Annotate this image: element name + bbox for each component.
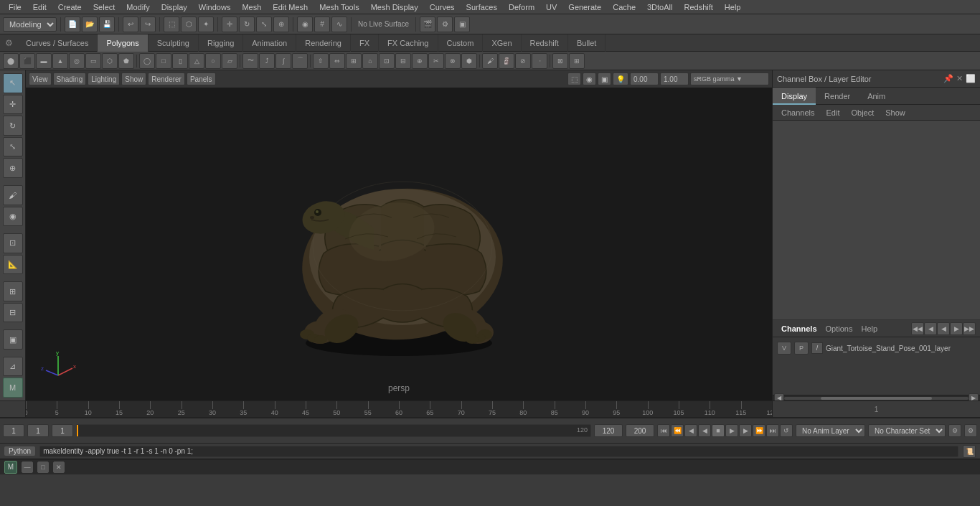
lighting-menu[interactable]: Lighting bbox=[88, 72, 120, 85]
menu-uv[interactable]: UV bbox=[540, 0, 562, 14]
show-menu[interactable]: Show bbox=[121, 72, 146, 85]
merge-icon[interactable]: ⊞ bbox=[346, 53, 362, 69]
tab-fx[interactable]: FX bbox=[351, 34, 379, 52]
soft-mod-btn[interactable]: ◉ bbox=[3, 207, 23, 227]
select-btn[interactable]: ⬚ bbox=[164, 17, 179, 32]
tab-redshift[interactable]: Redshift bbox=[522, 34, 568, 52]
multi-cut-icon[interactable]: ✂ bbox=[428, 53, 444, 69]
nurbs-sphere-icon[interactable]: ◯ bbox=[139, 53, 155, 69]
tab-custom[interactable]: Custom bbox=[438, 34, 484, 52]
menu-mesh-display[interactable]: Mesh Display bbox=[365, 0, 424, 14]
menu-mesh-tools[interactable]: Mesh Tools bbox=[314, 0, 364, 14]
extrude-icon[interactable]: ⇧ bbox=[313, 53, 329, 69]
vp-texture-btn[interactable]: ▣ bbox=[598, 72, 611, 85]
object-tab[interactable]: Object bbox=[845, 105, 880, 121]
end-frame-input[interactable] bbox=[594, 424, 623, 437]
next-keyframe-btn[interactable]: ⏩ bbox=[753, 424, 765, 437]
nurbs-cone-icon[interactable]: △ bbox=[189, 53, 204, 69]
menu-cache[interactable]: Cache bbox=[607, 0, 641, 14]
total-frames-input[interactable] bbox=[626, 424, 654, 437]
start-frame-input[interactable] bbox=[3, 424, 24, 437]
nurbs-cyl-icon[interactable]: ▯ bbox=[172, 53, 188, 69]
tab-fx-caching[interactable]: FX Caching bbox=[379, 34, 438, 52]
stop-btn[interactable]: ■ bbox=[712, 424, 725, 437]
menu-edit[interactable]: Edit bbox=[27, 0, 52, 14]
panels-menu[interactable]: Panels bbox=[187, 72, 216, 85]
sphere-icon[interactable]: ⬤ bbox=[3, 53, 19, 69]
menu-edit-mesh[interactable]: Edit Mesh bbox=[267, 0, 314, 14]
channels-tab[interactable]: Channels bbox=[776, 105, 820, 121]
tab-rendering[interactable]: Rendering bbox=[296, 34, 351, 52]
tab-curves-surfaces[interactable]: Curves / Surfaces bbox=[17, 34, 98, 52]
layers-help-btn[interactable]: Help bbox=[857, 322, 882, 336]
script-editor-btn[interactable]: 📜 bbox=[963, 445, 976, 458]
vp-colorspace-btn[interactable]: sRGB gamma ▼ bbox=[690, 72, 769, 85]
cv-curve-icon[interactable]: 〜 bbox=[242, 53, 258, 69]
menu-mesh[interactable]: Mesh bbox=[236, 0, 267, 14]
menu-curves[interactable]: Curves bbox=[424, 0, 461, 14]
menu-help[interactable]: Help bbox=[719, 0, 747, 14]
layout-btn[interactable]: ▣ bbox=[3, 329, 23, 350]
select-tool-btn[interactable]: ↖ bbox=[3, 73, 23, 93]
tab-gear-icon[interactable]: ⚙ bbox=[0, 34, 17, 52]
edit-tab[interactable]: Edit bbox=[820, 105, 845, 121]
tab-anim[interactable]: Anim bbox=[859, 88, 894, 105]
boolean-icon[interactable]: ⊕ bbox=[412, 53, 428, 69]
cube-icon[interactable]: ⬛ bbox=[19, 53, 35, 69]
new-scene-btn[interactable]: 📄 bbox=[65, 17, 80, 32]
mode-dropdown[interactable]: Modeling bbox=[3, 17, 57, 32]
disk-icon[interactable]: ⬡ bbox=[102, 53, 118, 69]
play-reverse-btn[interactable]: ◀ bbox=[698, 424, 711, 437]
scale-tool-btn[interactable]: ⤡ bbox=[3, 137, 23, 157]
command-input[interactable] bbox=[39, 446, 958, 457]
nurbs-cube-icon[interactable]: □ bbox=[156, 53, 171, 69]
lasso-btn[interactable]: ⬡ bbox=[181, 17, 197, 32]
bridge-icon[interactable]: ⇔ bbox=[329, 53, 345, 69]
open-scene-btn[interactable]: 📂 bbox=[82, 17, 98, 32]
ep-curve-icon[interactable]: ⤴ bbox=[259, 53, 275, 69]
prev-keyframe-btn[interactable]: ⏪ bbox=[671, 424, 684, 437]
vp-wireframe-btn[interactable]: ⬚ bbox=[567, 72, 581, 85]
anim-prefs-btn[interactable]: ⚙ bbox=[964, 424, 977, 437]
rotate-btn[interactable]: ↻ bbox=[239, 17, 255, 32]
rotate-tool-btn[interactable]: ↻ bbox=[3, 116, 23, 136]
sculpt-icon[interactable]: 🗿 bbox=[499, 53, 514, 69]
current-frame-input[interactable] bbox=[27, 424, 49, 437]
paint-tool-btn[interactable]: 🖌 bbox=[3, 185, 23, 205]
renderer-menu[interactable]: Renderer bbox=[148, 72, 185, 85]
menu-create[interactable]: Create bbox=[52, 0, 88, 14]
menu-surfaces[interactable]: Surfaces bbox=[461, 0, 503, 14]
redo-btn[interactable]: ↪ bbox=[140, 17, 156, 32]
panel-expand-icon[interactable]: ⬜ bbox=[966, 74, 976, 83]
measure-btn[interactable]: 📐 bbox=[3, 255, 23, 275]
loop-btn[interactable]: ↺ bbox=[780, 424, 793, 437]
menu-deform[interactable]: Deform bbox=[503, 0, 540, 14]
layers-nav-last[interactable]: ▶▶ bbox=[963, 322, 976, 335]
char-set-select[interactable]: No Character Set bbox=[868, 424, 946, 437]
layer-vis-btn[interactable]: V bbox=[777, 342, 791, 355]
menu-select[interactable]: Select bbox=[88, 0, 121, 14]
layers-nav-prev2[interactable]: ◀ bbox=[924, 322, 937, 335]
tab-rigging[interactable]: Rigging bbox=[199, 34, 243, 52]
smooth-icon[interactable]: ⊡ bbox=[379, 53, 395, 69]
step-next-btn[interactable]: ▶ bbox=[739, 424, 752, 437]
scrollbar-thumb[interactable] bbox=[821, 397, 931, 400]
viewport[interactable]: View Shading Lighting Show Renderer Pane… bbox=[26, 70, 772, 400]
uv-editor-icon[interactable]: ⬞ bbox=[532, 53, 547, 69]
cylinder-icon[interactable]: ▬ bbox=[36, 53, 52, 69]
menu-display[interactable]: Display bbox=[156, 0, 193, 14]
move-btn[interactable]: ✛ bbox=[222, 17, 237, 32]
universal-btn[interactable]: ⊕ bbox=[273, 17, 289, 32]
target-weld-icon[interactable]: ⊗ bbox=[445, 53, 461, 69]
save-scene-btn[interactable]: 💾 bbox=[99, 17, 115, 32]
move-tool-btn[interactable]: ✛ bbox=[3, 95, 23, 115]
custom-tool1-btn[interactable]: ⊟ bbox=[3, 303, 23, 323]
menu-3dtoa[interactable]: 3DtoAll bbox=[641, 0, 678, 14]
relax-icon[interactable]: ⊘ bbox=[515, 53, 531, 69]
platonic-icon[interactable]: ⬟ bbox=[118, 53, 134, 69]
render-region-btn[interactable]: ▣ bbox=[454, 17, 470, 32]
arc-icon[interactable]: ⌒ bbox=[292, 53, 308, 69]
layers-tab[interactable]: Channels bbox=[777, 322, 821, 336]
tab-display[interactable]: Display bbox=[773, 88, 816, 105]
tab-sculpting[interactable]: Sculpting bbox=[149, 34, 199, 52]
